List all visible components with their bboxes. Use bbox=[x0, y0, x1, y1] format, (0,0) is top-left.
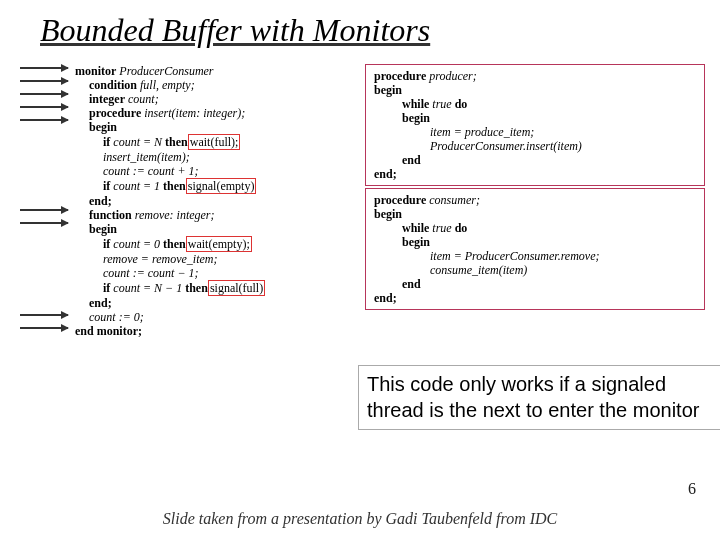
wait-full-highlight: wait(full); bbox=[188, 134, 241, 150]
note-text: This code only works if a signaled threa… bbox=[358, 365, 720, 430]
arrow-icon bbox=[20, 67, 68, 69]
arrow-icon bbox=[20, 209, 68, 211]
signal-empty-highlight: signal(empty) bbox=[186, 178, 257, 194]
signal-full-highlight: signal(full) bbox=[208, 280, 265, 296]
wait-empty-highlight: wait(empty); bbox=[186, 236, 252, 252]
consumer-code-box: procedure consumer; begin while true do … bbox=[365, 188, 705, 310]
arrow-annotations bbox=[20, 67, 68, 340]
producer-code-box: procedure producer; begin while true do … bbox=[365, 64, 705, 186]
content-area: monitor ProducerConsumer condition full,… bbox=[20, 67, 700, 467]
arrow-icon bbox=[20, 327, 68, 329]
arrow-icon bbox=[20, 106, 68, 108]
right-column: procedure producer; begin while true do … bbox=[365, 64, 705, 312]
arrow-icon bbox=[20, 119, 68, 121]
arrow-icon bbox=[20, 93, 68, 95]
arrow-icon bbox=[20, 314, 68, 316]
arrow-icon bbox=[20, 222, 68, 224]
monitor-code: monitor ProducerConsumer condition full,… bbox=[75, 64, 265, 338]
arrow-icon bbox=[20, 80, 68, 82]
page-number: 6 bbox=[688, 480, 696, 498]
slide-title: Bounded Buffer with Monitors bbox=[0, 0, 720, 49]
footer-attribution: Slide taken from a presentation by Gadi … bbox=[0, 510, 720, 528]
